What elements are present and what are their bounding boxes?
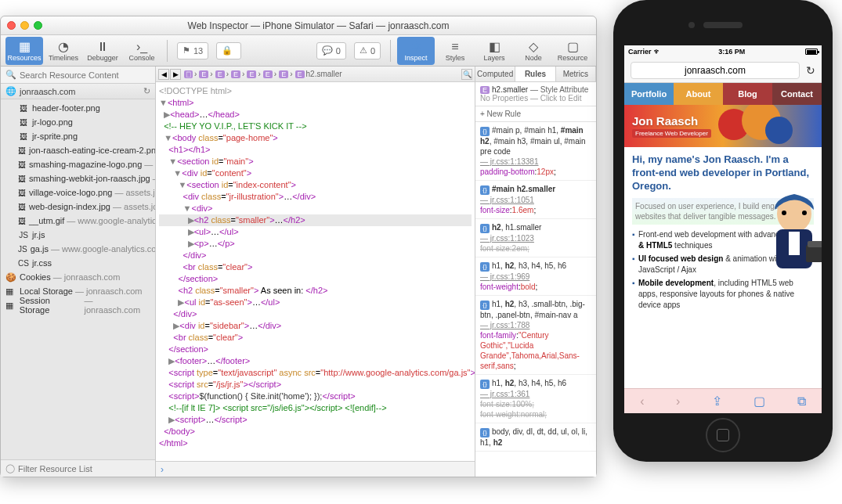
toolbar-timelines[interactable]: ◔Timelines bbox=[45, 37, 82, 65]
forward-button[interactable]: ▶ bbox=[170, 69, 181, 80]
dom-line[interactable]: <h2 class="smaller"> As seen in: </h2> bbox=[159, 285, 472, 297]
dom-line[interactable]: <br class="clear"> bbox=[159, 261, 472, 273]
dom-line[interactable]: ▶<script>…</script> bbox=[159, 414, 472, 426]
file-item[interactable]: 🖼jon-raasch-eating-ice-cream-2.png— as… bbox=[1, 143, 155, 157]
file-item[interactable]: 🖼jr-sprite.png bbox=[1, 129, 155, 143]
new-rule-button[interactable]: + New Rule bbox=[475, 106, 596, 122]
dom-line[interactable]: <div class="jr-illustration">…</div> bbox=[159, 191, 472, 203]
back-icon[interactable]: ‹ bbox=[640, 394, 644, 409]
dom-line[interactable]: ▶<ul>…</ul> bbox=[159, 226, 472, 238]
forward-icon[interactable]: › bbox=[676, 394, 680, 409]
dom-line[interactable]: ▶<head>…</head> bbox=[159, 109, 472, 121]
nav-tab-about[interactable]: About bbox=[674, 83, 723, 105]
crumb-seg[interactable]: E› bbox=[279, 70, 292, 78]
dom-line[interactable]: </div> bbox=[159, 308, 472, 320]
toolbar-debugger[interactable]: ⏸Debugger bbox=[84, 37, 121, 65]
dom-line[interactable]: ▼<div id="content"> bbox=[159, 167, 472, 179]
dom-line[interactable]: </div> bbox=[159, 250, 472, 261]
refresh-icon[interactable]: ↻ bbox=[143, 86, 150, 96]
styles-tab-rules[interactable]: Rules bbox=[515, 67, 555, 81]
dom-line[interactable]: </html> bbox=[159, 437, 472, 449]
dom-line[interactable]: </body> bbox=[159, 426, 472, 437]
css-rule[interactable]: {}#main h2.smaller— jr.css:1:1051font-si… bbox=[475, 181, 596, 219]
toolbar-resources[interactable]: ▦Resources bbox=[5, 37, 43, 65]
url-field[interactable]: jonraasch.com bbox=[631, 62, 800, 79]
css-rule[interactable]: {}#main p, #main h1, #main h2, #main h3,… bbox=[475, 122, 596, 181]
dom-line[interactable]: ▼<body class="page-home"> bbox=[159, 132, 472, 144]
rule-header[interactable]: Eh2.smaller — Style Attribute No Propert… bbox=[475, 82, 596, 106]
dom-line[interactable]: ▶<div id="sidebar">…</div> bbox=[159, 320, 472, 332]
back-button[interactable]: ◀ bbox=[158, 69, 169, 80]
file-item[interactable]: JSga.js— www.google-analytics.com bbox=[1, 242, 155, 256]
file-item[interactable]: 🖼smashing-magazine-logo.png— assets.jo… bbox=[1, 157, 155, 171]
share-icon[interactable]: ⇪ bbox=[712, 394, 722, 409]
home-button[interactable] bbox=[706, 418, 740, 452]
toolbar-resource[interactable]: ▢Resource bbox=[554, 37, 591, 65]
crumb-seg[interactable]: ⎕› bbox=[184, 70, 197, 78]
nav-tab-contact[interactable]: Contact bbox=[772, 83, 822, 105]
file-item[interactable]: 🖼jr-logo.png bbox=[1, 115, 155, 129]
nav-tab-portfolio[interactable]: Portfolio bbox=[624, 83, 674, 105]
crumb-search-icon[interactable]: 🔍 bbox=[461, 69, 472, 80]
toolbar-inspect[interactable]: ✶Inspect bbox=[397, 37, 435, 65]
storage-item[interactable]: ▦Session Storage— jonraasch.com bbox=[1, 298, 155, 312]
tabs-icon[interactable]: ⧉ bbox=[797, 394, 806, 409]
dom-line[interactable]: <!-- HEY YO V.I.P., LET'S KICK IT --> bbox=[159, 121, 472, 132]
pill[interactable]: 🔒 bbox=[216, 42, 241, 59]
toolbar-console[interactable]: ›_Console bbox=[123, 37, 161, 65]
crumb-seg[interactable]: E› bbox=[247, 70, 260, 78]
file-item[interactable]: 🖼smashing-webkit-jon-raasch.jpg— asset… bbox=[1, 171, 155, 185]
dom-line[interactable]: ▼<section id="main"> bbox=[159, 156, 472, 167]
crumb-seg[interactable]: E› bbox=[215, 70, 229, 78]
dom-line[interactable]: ▶<p>…</p> bbox=[159, 238, 472, 250]
filter-input[interactable] bbox=[18, 464, 150, 473]
css-rule[interactable]: {}body, div, dl, dt, dd, ul, ol, li, h1,… bbox=[475, 423, 596, 452]
crumb-seg[interactable]: E› bbox=[199, 70, 212, 78]
css-rule[interactable]: {}h2, h1.smaller— jr.css:1:1023font-size… bbox=[475, 219, 596, 257]
crumb-last[interactable]: Eh2.smaller bbox=[295, 70, 342, 78]
close-button[interactable] bbox=[7, 21, 16, 30]
dom-line[interactable]: </section> bbox=[159, 344, 472, 355]
toolbar-layers[interactable]: ◧Layers bbox=[475, 37, 513, 65]
styles-tab-metrics[interactable]: Metrics bbox=[556, 67, 596, 81]
pill[interactable]: 💬0 bbox=[316, 42, 346, 59]
file-item[interactable]: 🖼village-voice-logo.png— assets.jonraasc… bbox=[1, 185, 155, 200]
dom-line[interactable]: ▼<section id="index-content"> bbox=[159, 179, 472, 191]
dom-line[interactable]: ▶<footer>…</footer> bbox=[159, 355, 472, 367]
crumb-seg[interactable]: E› bbox=[263, 70, 276, 78]
dom-line[interactable]: <!DOCTYPE html> bbox=[159, 85, 472, 97]
dom-line[interactable]: <h1></h1> bbox=[159, 144, 472, 156]
dom-line[interactable]: <script type="text/javascript" async src… bbox=[159, 367, 472, 379]
file-item[interactable]: JSjr.js bbox=[1, 228, 155, 242]
pill[interactable]: ⚑13 bbox=[177, 42, 208, 59]
file-item[interactable]: CSjr.css bbox=[1, 256, 155, 270]
css-rule[interactable]: {}h1, h2, h3, h4, h5, h6— jr.css:1:969fo… bbox=[475, 257, 596, 296]
bookmarks-icon[interactable]: ▢ bbox=[753, 394, 765, 409]
file-item[interactable]: 🖼web-design-index.jpg— assets.jonraasch… bbox=[1, 200, 155, 214]
dom-line[interactable]: ▶<ul id="as-seen">…</ul> bbox=[159, 297, 472, 308]
css-rule[interactable]: {}h1, h2, h3, .small-btn, .big-btn, .pan… bbox=[475, 296, 596, 375]
dom-line[interactable]: </section> bbox=[159, 273, 472, 285]
styles-tab-computed[interactable]: Computed bbox=[475, 67, 515, 81]
domain-row[interactable]: 🌐 jonraasch.com ↻ bbox=[1, 84, 155, 99]
console-prompt[interactable]: › bbox=[156, 461, 475, 477]
dom-line[interactable]: <script src="/js/jr.js"></script> bbox=[159, 379, 472, 391]
crumb-seg[interactable]: E› bbox=[231, 70, 244, 78]
dom-line[interactable]: ▶<h2 class="smaller">…</h2> bbox=[159, 214, 472, 226]
dom-line[interactable]: ▼<html> bbox=[159, 97, 472, 109]
toolbar-node[interactable]: ◇Node bbox=[515, 37, 552, 65]
dom-line[interactable]: <script>$(function() { Site.init('home')… bbox=[159, 391, 472, 402]
toolbar-styles[interactable]: ≡Styles bbox=[436, 37, 474, 65]
titlebar[interactable]: Web Inspector — iPhone Simulator — Safar… bbox=[1, 16, 596, 35]
nav-tab-blog[interactable]: Blog bbox=[723, 83, 772, 105]
pill[interactable]: ⚠0 bbox=[354, 42, 381, 59]
minimize-button[interactable] bbox=[20, 21, 29, 30]
zoom-button[interactable] bbox=[34, 21, 42, 30]
css-rule[interactable]: {}h1, h2, h3, h4, h5, h6— jr.css:1:361fo… bbox=[475, 375, 596, 423]
dom-line[interactable]: <!--[if lt IE 7]> <script src="/js/ie6.j… bbox=[159, 402, 472, 414]
search-input[interactable] bbox=[20, 70, 150, 80]
file-item[interactable]: 🖼header-footer.png bbox=[1, 101, 155, 115]
storage-item[interactable]: 🍪Cookies— jonraasch.com bbox=[1, 270, 155, 284]
dom-line[interactable]: <br class="clear"> bbox=[159, 332, 472, 344]
dom-line[interactable]: ▼<div> bbox=[159, 203, 472, 214]
